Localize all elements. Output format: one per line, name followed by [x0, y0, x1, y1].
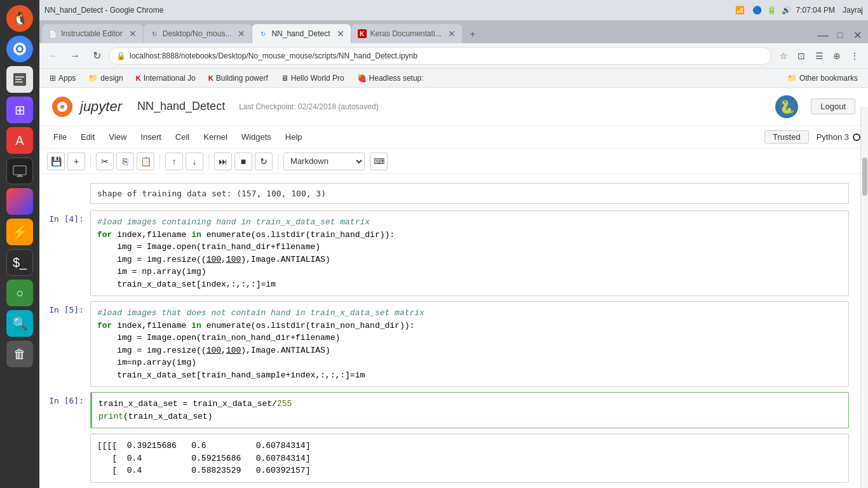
tab-desktop[interactable]: ↻ Desktop/No_mous... ✕ — [144, 24, 252, 43]
url-bar[interactable]: 🔒 localhost:8888/notebooks/Desktop/No_mo… — [109, 47, 771, 65]
shape-output-text: shape of training data set: (157, 100, 1… — [97, 189, 326, 198]
cell-in5-content[interactable]: #load images that does not contain hand … — [90, 301, 849, 387]
apps-bookmark[interactable]: ⊞ Apps — [44, 72, 81, 84]
international-bookmark[interactable]: K International Jo — [131, 72, 201, 84]
copy-btn[interactable]: ⎘ — [116, 152, 134, 170]
minimize-btn[interactable]: — — [815, 27, 831, 43]
menu-edit[interactable]: Edit — [74, 130, 101, 144]
menu-kernel[interactable]: Kernel — [197, 130, 234, 144]
tab-instructable-close[interactable]: ✕ — [129, 29, 137, 39]
add-cell-btn[interactable]: + — [67, 152, 85, 170]
reader-icon[interactable]: ☰ — [811, 48, 827, 64]
extensions-icon[interactable]: ⊕ — [829, 48, 845, 64]
apps-icon[interactable]: ⊞ — [6, 97, 33, 123]
menu-icon[interactable]: ⋮ — [846, 48, 863, 64]
tab-keras-favicon: K — [358, 29, 367, 38]
keyboard-shortcuts-btn[interactable]: ⌨ — [370, 152, 388, 170]
move-up-btn[interactable]: ↑ — [165, 152, 183, 170]
paste-btn[interactable]: 📋 — [137, 152, 154, 170]
move-down-btn[interactable]: ↓ — [186, 152, 203, 170]
menu-widgets[interactable]: Widgets — [235, 130, 278, 144]
browser-title: NN_hand_Detect - Google Chrome — [44, 6, 163, 15]
browser-window: NN_hand_Detect - Google Chrome 📶 🔵 🔋 🔊 7… — [39, 0, 868, 488]
new-tab-btn[interactable]: + — [463, 25, 483, 43]
cell-in5-input[interactable]: #load images that does not contain hand … — [91, 302, 848, 386]
chrome-icon[interactable] — [6, 36, 33, 62]
cell-in6-label: In [6]: — [39, 392, 90, 405]
terminal-icon[interactable]: $_ — [6, 249, 33, 276]
app2-icon[interactable]: A — [6, 127, 33, 154]
cell-in4-content[interactable]: #load images containing hand in train_x_… — [90, 210, 849, 296]
cell-in4-input[interactable]: #load images containing hand in train_x_… — [91, 211, 848, 295]
international-bookmark-icon: K — [136, 74, 141, 82]
design-bookmark-label: design — [100, 74, 123, 83]
menu-file[interactable]: File — [47, 130, 73, 144]
back-btn[interactable]: ← — [44, 47, 62, 65]
cell-in6-input[interactable]: train_x_data_set = train_x_data_set/255 … — [92, 393, 848, 428]
menu-cell[interactable]: Cell — [169, 130, 196, 144]
trusted-button[interactable]: Trusted — [764, 130, 809, 144]
cell-in6-line1: train_x_data_set = train_x_data_set/255 — [98, 399, 292, 409]
building-bookmark[interactable]: K Building powerf — [203, 72, 273, 84]
clock: 7:07:04 PM — [796, 6, 835, 15]
tab-desktop-close[interactable]: ✕ — [238, 29, 245, 39]
cell-in6-output-label — [39, 433, 90, 437]
cell-type-select[interactable]: Markdown Code Raw NBConvert — [283, 152, 365, 170]
other-bookmarks[interactable]: 📁 Other bookmarks — [782, 72, 863, 84]
files-icon[interactable] — [6, 66, 33, 93]
fast-forward-btn[interactable]: ⏭ — [214, 152, 232, 170]
tab-nn[interactable]: ↻ NN_hand_Detect ✕ — [252, 24, 350, 43]
cell-in4-line3: img = img.resize((100,100),Image.ANTIALI… — [97, 255, 330, 264]
cast-icon[interactable]: ⊡ — [793, 48, 810, 64]
scrollbar-track[interactable] — [860, 107, 868, 488]
logout-button[interactable]: Logout — [811, 98, 855, 114]
menu-help[interactable]: Help — [279, 130, 309, 144]
tab-keras[interactable]: K Keras Documentati... ✕ — [351, 24, 462, 43]
maximize-btn[interactable]: □ — [832, 27, 848, 43]
url-text: localhost:8888/notebooks/Desktop/No_mous… — [130, 51, 764, 60]
hello-world-bookmark-icon: 🖥 — [281, 74, 288, 83]
apps-bookmark-label: Apps — [58, 74, 76, 83]
hello-world-bookmark[interactable]: 🖥 Hello World Pro — [276, 72, 349, 84]
menu-insert[interactable]: Insert — [134, 130, 168, 144]
cell-in5-line2: img = Image.open(train_non_hand_dir+file… — [97, 333, 340, 342]
notebook-name[interactable]: NN_hand_Detect — [137, 100, 225, 113]
screenshot-icon[interactable] — [6, 158, 33, 184]
tab-bar: 📄 Instructable Editor ✕ ↻ Desktop/No_mou… — [39, 20, 868, 43]
kernel-name: Python 3 — [817, 132, 849, 142]
checkpoint-text: Last Checkpoint: 02/24/2018 (autosaved) — [239, 102, 378, 111]
cell-in4-wrapper: In [4]: #load images containing hand in … — [39, 208, 868, 299]
toolbar-sep-2 — [159, 154, 160, 169]
svg-rect-8 — [18, 175, 22, 176]
menu-view[interactable]: View — [102, 130, 133, 144]
bookmark-star-icon[interactable]: ☆ — [775, 48, 792, 64]
cut-btn[interactable]: ✂ — [96, 152, 114, 170]
close-window-btn[interactable]: ✕ — [849, 27, 865, 43]
forward-btn[interactable]: → — [66, 47, 84, 65]
trash-icon[interactable]: 🗑 — [6, 341, 33, 367]
teal-icon[interactable]: 🔍 — [6, 310, 33, 337]
orange-icon[interactable]: ⚡ — [6, 219, 33, 245]
headless-bookmark[interactable]: 🍓 Headless setup: — [352, 72, 429, 84]
username: Jayraj — [843, 6, 863, 15]
notebook-area[interactable]: shape of training data set: (157, 100, 1… — [39, 174, 868, 488]
stop-btn[interactable]: ■ — [234, 152, 252, 170]
design-bookmark[interactable]: 📁 design — [83, 72, 128, 84]
scrollbar-thumb[interactable] — [862, 158, 867, 196]
cell-in4-comment: #load images containing hand in train_x_… — [97, 217, 370, 227]
tab-keras-close[interactable]: ✕ — [448, 29, 456, 39]
refresh-btn[interactable]: ↻ — [88, 47, 105, 65]
tab-instructable[interactable]: 📄 Instructable Editor ✕ — [42, 24, 143, 43]
jupyter-toolbar: 💾 + ✂ ⎘ 📋 ↑ ↓ ⏭ ■ ↻ Markdown Code Raw NB… — [39, 149, 868, 174]
green-icon[interactable]: ○ — [6, 280, 33, 306]
ubuntu-icon[interactable]: 🐧 — [6, 5, 33, 32]
cell-in6-wrapper: In [6]: train_x_data_set = train_x_data_… — [39, 390, 868, 431]
cell-in6-content[interactable]: train_x_data_set = train_x_data_set/255 … — [90, 392, 849, 428]
gradient-icon[interactable] — [6, 188, 33, 215]
tab-nn-close[interactable]: ✕ — [337, 29, 344, 39]
save-btn[interactable]: 💾 — [47, 152, 65, 170]
restart-btn[interactable]: ↻ — [255, 152, 273, 170]
international-bookmark-label: International Jo — [144, 74, 196, 83]
tab-nn-title: NN_hand_Detect — [271, 29, 330, 38]
svg-rect-6 — [15, 81, 23, 83]
